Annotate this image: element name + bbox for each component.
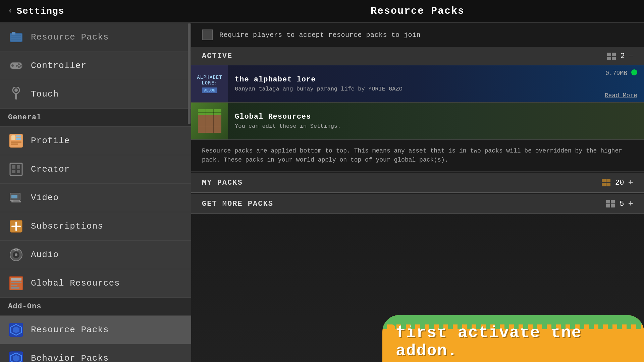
get-more-bar: GET MORE PACKS 5 + bbox=[191, 194, 644, 214]
svg-rect-28 bbox=[13, 200, 19, 202]
video-icon bbox=[8, 190, 24, 206]
get-more-count: 5 bbox=[620, 200, 624, 208]
my-packs-grid-icon bbox=[602, 179, 611, 186]
svg-rect-21 bbox=[10, 163, 22, 175]
my-packs-add-button[interactable]: + bbox=[628, 178, 633, 188]
alphabet-lore-info: the alphabet lore Ganyan talaga ang buha… bbox=[228, 65, 644, 102]
read-more-button[interactable]: Read More bbox=[605, 92, 637, 99]
nav-item-touch-label: Touch bbox=[31, 89, 59, 99]
main-content: Resource Packs Require players to accept… bbox=[191, 0, 644, 362]
nav-item-profile[interactable]: Profile bbox=[0, 127, 191, 155]
alphabet-lore-thumbnail: AlphabetLore: ADDON bbox=[191, 65, 228, 102]
global-resources-desc: You can edit these in Settings. bbox=[235, 123, 637, 129]
nav-item-creator[interactable]: Creator bbox=[0, 155, 191, 184]
get-more-label: GET MORE PACKS bbox=[202, 200, 273, 208]
svg-rect-39 bbox=[11, 285, 17, 286]
sidebar-scrollbar[interactable] bbox=[188, 23, 191, 124]
nav-item-video-label: Video bbox=[31, 193, 59, 203]
svg-rect-40 bbox=[11, 287, 19, 289]
sidebar-content[interactable]: Resource Packs bbox=[0, 23, 191, 362]
nav-item-behavior-packs[interactable]: Behavior Packs bbox=[0, 344, 191, 362]
nav-item-profile-label: Profile bbox=[31, 136, 70, 146]
get-more-right: 5 + bbox=[606, 199, 633, 209]
sidebar: ‹ Settings Resource Packs bbox=[0, 0, 191, 362]
pack-card-alphabet-lore[interactable]: AlphabetLore: ADDON the alphabet lore Ga… bbox=[191, 65, 644, 103]
block-top bbox=[198, 109, 221, 115]
nav-item-global-resources[interactable]: Global Resources bbox=[0, 269, 191, 298]
svg-rect-0 bbox=[10, 33, 22, 42]
my-packs-bar: MY PACKS 20 + bbox=[191, 173, 644, 193]
touch-icon bbox=[8, 86, 24, 102]
grid-icon bbox=[607, 53, 616, 60]
profile-icon bbox=[8, 133, 24, 149]
section-addons: Add-Ons bbox=[0, 298, 191, 316]
nav-item-controller[interactable]: Controller bbox=[0, 52, 191, 80]
get-more-grid-icon bbox=[606, 200, 615, 207]
pack-card-global-resources[interactable]: Global Resources You can edit these in S… bbox=[191, 103, 644, 140]
alphabet-lore-thumb-art: AlphabetLore: ADDON bbox=[191, 65, 228, 102]
svg-rect-20 bbox=[11, 143, 18, 145]
behavior-packs-icon bbox=[8, 350, 24, 362]
nav-item-controller-label: Controller bbox=[31, 61, 87, 71]
audio-icon bbox=[8, 247, 24, 263]
nav-item-audio-label: Audio bbox=[31, 250, 59, 260]
global-resources-info: Global Resources You can edit these in S… bbox=[228, 103, 644, 139]
svg-rect-22 bbox=[12, 165, 15, 169]
svg-rect-51 bbox=[602, 179, 606, 182]
svg-rect-47 bbox=[607, 53, 611, 56]
nav-item-touch[interactable]: Touch bbox=[0, 80, 191, 109]
svg-rect-18 bbox=[16, 138, 21, 140]
svg-rect-56 bbox=[611, 200, 615, 203]
info-text: Resource packs are applied bottom to top… bbox=[191, 140, 644, 172]
sidebar-wrapper: ‹ Settings Resource Packs bbox=[0, 0, 191, 362]
active-section-bar: ACTIVE 2 — bbox=[191, 47, 644, 65]
settings-title: Settings bbox=[16, 6, 64, 16]
get-more-add-button[interactable]: + bbox=[628, 199, 633, 209]
active-section-right: 2 — bbox=[607, 52, 633, 60]
nav-item-resource-packs-partial: Resource Packs bbox=[0, 23, 191, 52]
block-front bbox=[198, 115, 221, 133]
svg-rect-50 bbox=[612, 57, 616, 60]
minecraft-block bbox=[198, 109, 221, 133]
alphabet-lore-desc: Ganyan talaga ang buhay parang life by Y… bbox=[235, 86, 637, 92]
collapse-icon[interactable]: — bbox=[629, 52, 633, 60]
svg-point-11 bbox=[16, 65, 18, 67]
resource-packs-icon bbox=[8, 322, 24, 338]
resource-packs-partial-icon bbox=[8, 29, 24, 45]
my-packs-label: MY PACKS bbox=[202, 179, 243, 187]
svg-rect-38 bbox=[11, 282, 21, 283]
nav-item-subscriptions[interactable]: Subscriptions bbox=[0, 212, 191, 241]
svg-rect-37 bbox=[11, 278, 21, 281]
svg-rect-1 bbox=[12, 32, 15, 35]
svg-rect-16 bbox=[11, 135, 15, 140]
nav-item-behavior-packs-label: Behavior Packs bbox=[31, 353, 109, 362]
global-thumb-art bbox=[191, 103, 228, 139]
nav-item-resource-packs-label: Resource Packs bbox=[31, 325, 109, 335]
main-title: Resource Packs bbox=[371, 5, 465, 17]
nav-item-global-resources-label: Global Resources bbox=[31, 278, 120, 288]
svg-rect-53 bbox=[602, 183, 606, 186]
subscriptions-icon bbox=[8, 218, 24, 234]
nav-item-creator-label: Creator bbox=[31, 164, 70, 174]
global-resources-thumbnail bbox=[191, 103, 228, 139]
svg-point-10 bbox=[18, 66, 20, 68]
svg-rect-25 bbox=[17, 170, 20, 173]
require-checkbox[interactable] bbox=[202, 29, 213, 40]
active-label: ACTIVE bbox=[202, 52, 232, 60]
nav-item-audio[interactable]: Audio bbox=[0, 241, 191, 269]
svg-rect-14 bbox=[15, 93, 17, 100]
nav-item-video[interactable]: Video bbox=[0, 184, 191, 212]
alphabet-lore-size: 0.79MB bbox=[605, 69, 627, 76]
controller-icon bbox=[8, 58, 24, 74]
svg-point-13 bbox=[14, 88, 18, 92]
svg-rect-58 bbox=[611, 204, 615, 207]
svg-rect-49 bbox=[607, 57, 611, 60]
svg-point-8 bbox=[18, 63, 20, 65]
info-text-content: Resource packs are applied bottom to top… bbox=[202, 147, 622, 163]
back-button[interactable]: ‹ bbox=[8, 7, 12, 15]
alphabet-lore-name: the alphabet lore bbox=[235, 75, 637, 84]
require-row: Require players to accept resource packs… bbox=[191, 23, 644, 47]
nav-item-resource-packs[interactable]: Resource Packs bbox=[0, 316, 191, 344]
my-packs-count: 20 bbox=[615, 179, 624, 187]
svg-rect-52 bbox=[606, 179, 610, 182]
